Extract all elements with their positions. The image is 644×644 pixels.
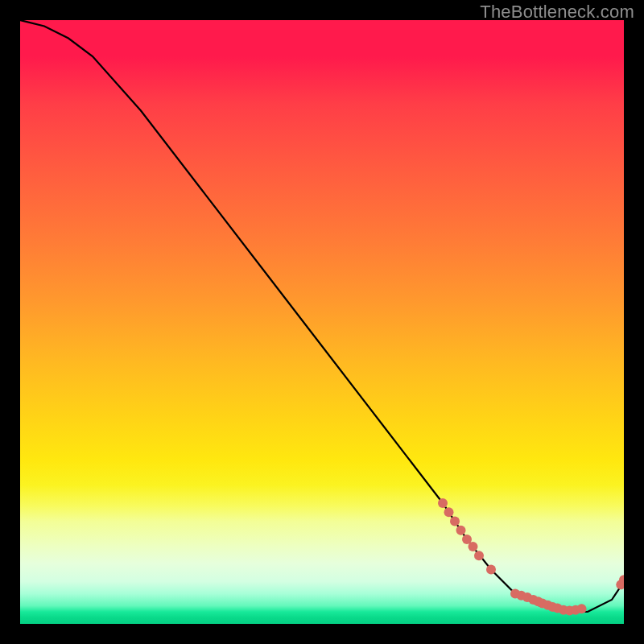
marker-dot xyxy=(444,507,454,517)
curve-markers xyxy=(438,498,624,616)
bottleneck-curve-svg xyxy=(20,20,624,624)
marker-dot xyxy=(577,604,587,613)
bottleneck-curve xyxy=(20,20,624,612)
marker-dot xyxy=(456,526,466,535)
marker-dot xyxy=(469,542,478,551)
plot-area xyxy=(20,20,624,624)
marker-dot xyxy=(486,565,496,575)
marker-dot xyxy=(438,498,448,508)
marker-dot xyxy=(474,551,484,560)
marker-dot xyxy=(450,517,460,526)
chart-frame: TheBottleneck.com xyxy=(0,0,644,644)
watermark-text: TheBottleneck.com xyxy=(480,2,634,23)
